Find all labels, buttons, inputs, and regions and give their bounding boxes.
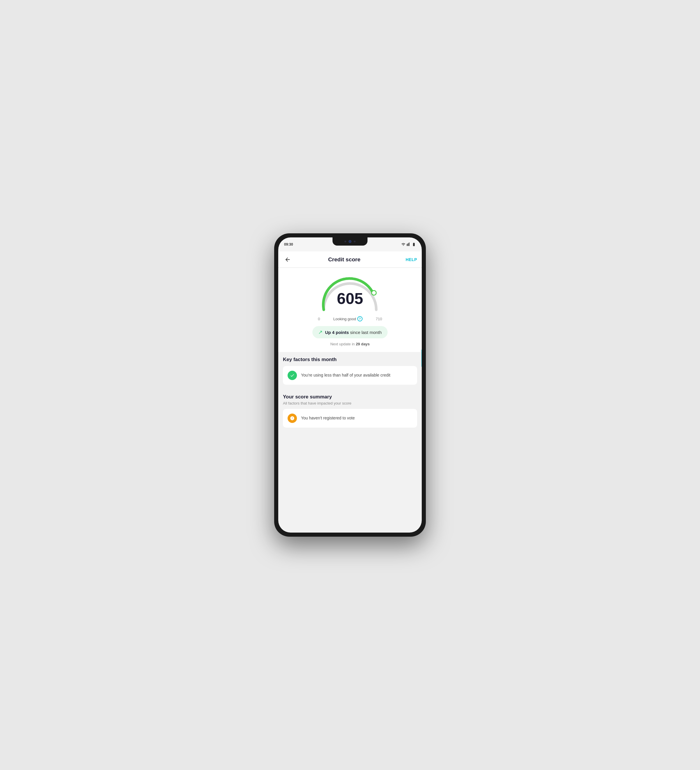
next-update-days: 29 days xyxy=(356,342,370,346)
page-title: Credit score xyxy=(283,256,406,263)
summary-card-1[interactable]: You haven't registered to vote xyxy=(283,409,417,427)
up-badge-regular: since last month xyxy=(349,330,382,335)
score-status: Looking good ? xyxy=(333,316,362,322)
score-min: 0 xyxy=(318,317,320,321)
exclamation-icon xyxy=(290,416,294,421)
score-max: 710 xyxy=(376,317,382,321)
svg-point-0 xyxy=(372,291,376,295)
factor-card-1[interactable]: You're using less than half of your avai… xyxy=(283,366,417,385)
status-icons xyxy=(401,243,416,246)
factor-icon-exclamation xyxy=(288,414,297,423)
check-icon xyxy=(290,373,294,378)
signal-icon xyxy=(407,243,411,246)
app-bar: Credit score HELP xyxy=(278,251,422,268)
battery-icon xyxy=(412,243,416,246)
summary-subtitle: All factors that have impacted your scor… xyxy=(283,401,417,405)
score-section: 605 0 Looking good ? 710 ↗ Up 4 points s… xyxy=(278,268,422,352)
key-factors-title: Key factors this month xyxy=(283,357,417,362)
score-labels: 0 Looking good ? 710 xyxy=(318,316,382,322)
camera-lens xyxy=(349,240,351,243)
camera-notch xyxy=(333,238,367,246)
score-status-text: Looking good xyxy=(333,317,356,321)
info-button[interactable]: ? xyxy=(357,316,362,322)
summary-title: Your score summary xyxy=(283,394,417,400)
next-update: Next update in 29 days xyxy=(330,342,370,346)
camera-dot xyxy=(344,241,346,243)
wifi-icon xyxy=(401,243,406,246)
gauge-container: 605 xyxy=(318,275,382,313)
phone-outer: 09:30 xyxy=(274,233,426,537)
summary-text-1: You haven't registered to vote xyxy=(301,415,355,421)
factor-text-1: You're using less than half of your avai… xyxy=(301,372,390,378)
up-badge-bold: Up 4 points xyxy=(325,330,349,335)
factor-icon-check xyxy=(288,371,297,380)
up-badge: ↗ Up 4 points since last month xyxy=(312,326,387,338)
up-badge-text: Up 4 points since last month xyxy=(325,330,382,335)
score-value: 605 xyxy=(337,291,363,306)
up-arrow-icon: ↗ xyxy=(318,329,323,335)
status-time: 09:30 xyxy=(284,243,293,246)
phone-screen: 09:30 xyxy=(278,238,422,532)
score-summary-section: Your score summary All factors that have… xyxy=(278,389,422,432)
next-update-label: Next update in xyxy=(330,342,356,346)
help-button[interactable]: HELP xyxy=(406,257,417,262)
status-bar: 09:30 xyxy=(278,238,422,251)
key-factors-section: Key factors this month You're using less… xyxy=(278,352,422,389)
camera-dot2 xyxy=(354,241,356,243)
scroll-content[interactable]: 605 0 Looking good ? 710 ↗ Up 4 points s… xyxy=(278,268,422,532)
